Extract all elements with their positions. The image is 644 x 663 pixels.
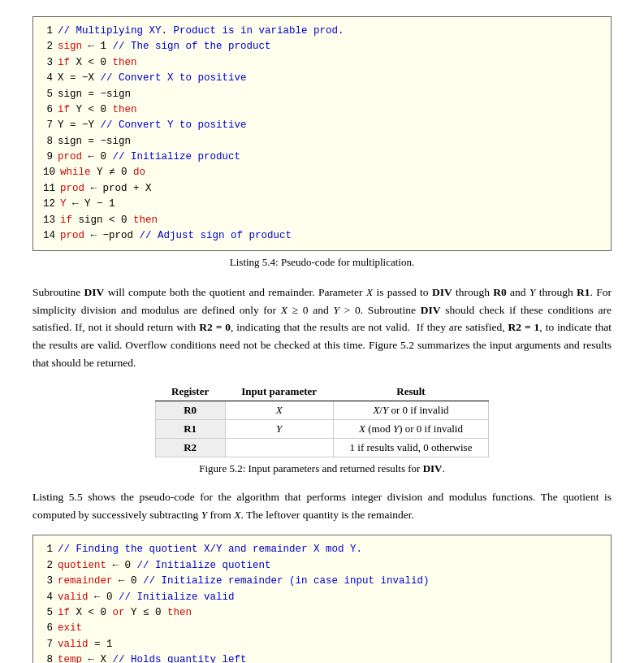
code-segment: ← Y − 1 — [67, 198, 115, 210]
code-segment: exit — [58, 622, 82, 634]
code-line: 3remainder ← 0 // Initialize remainder (… — [43, 574, 601, 589]
line-content: sign = −sign — [58, 134, 601, 150]
code-segment: then — [167, 607, 192, 618]
code-segment: prod — [58, 151, 82, 162]
figure-5-2-caption: Figure 5.2: Input parameters and returne… — [32, 462, 612, 475]
code-segment: or — [113, 607, 125, 618]
code-segment: ← 0 — [89, 592, 119, 603]
code-segment: if — [60, 214, 72, 226]
line-content: exit — [58, 621, 601, 636]
div-label: DIV — [84, 286, 105, 298]
line-content: if X < 0 or Y ≤ 0 then — [58, 605, 601, 621]
x-var3: X — [234, 509, 240, 521]
line-content: if X < 0 then — [58, 55, 601, 71]
line-content: prod ← −prod // Adjust sign of product — [60, 228, 601, 244]
code-segment: while — [60, 167, 91, 178]
code-segment: quotient — [58, 560, 106, 571]
line-content: valid ← 0 // Initialize valid — [58, 590, 601, 605]
line-content: while Y ≠ 0 do — [60, 165, 601, 180]
line-number: 14 — [43, 228, 60, 244]
code-segment: temp — [58, 654, 82, 663]
code-segment: Y ≤ 0 — [125, 607, 168, 618]
line-content: Y ← Y − 1 — [60, 197, 601, 212]
code-line: 7 Y = −Y // Convert Y to positive — [43, 118, 601, 133]
line-number: 6 — [43, 621, 58, 636]
x-var: X — [366, 286, 373, 298]
line-number: 11 — [43, 181, 60, 197]
code-segment: then — [113, 57, 137, 68]
code-line: 5 sign = −sign — [43, 87, 601, 102]
code-segment: // Initialize valid — [119, 592, 235, 603]
code-segment: sign = −sign — [58, 89, 131, 100]
code-segment: prod — [60, 183, 84, 194]
listing-1-block: 1// Multiplying XY. Product is in variab… — [32, 16, 612, 251]
code-segment: prod — [60, 230, 84, 241]
line-number: 1 — [43, 24, 58, 39]
table-row: R1YX (mod Y) or 0 if invalid — [155, 420, 489, 439]
code-line: 1// Multiplying XY. Product is in variab… — [43, 24, 601, 39]
code-line: 8 sign = −sign — [43, 134, 601, 150]
line-number: 9 — [43, 150, 58, 165]
prose-paragraph-2: Listing 5.5 shows the pseudo-code for th… — [32, 488, 612, 523]
line-number: 5 — [43, 605, 58, 621]
code-segment: // Initialize product — [113, 151, 241, 162]
code-segment: // Adjust sign of product — [140, 230, 292, 241]
r1-label: R1 — [577, 286, 590, 298]
code-line: 6 exit — [43, 621, 601, 636]
code-segment: ← −prod — [84, 230, 140, 241]
line-content: if sign < 0 then — [60, 213, 601, 228]
line-content: valid = 1 — [58, 637, 601, 652]
line-number: 5 — [43, 87, 58, 102]
prose-paragraph-1: Subroutine DIV will compute both the quo… — [32, 284, 612, 371]
code-line: 2sign ← 1 // The sign of the product — [43, 39, 601, 54]
code-segment: do — [133, 167, 145, 178]
code-segment: if — [58, 104, 70, 115]
line-number: 12 — [43, 197, 60, 212]
r0-label: R0 — [493, 286, 507, 298]
table-header: Register — [155, 383, 225, 401]
code-segment: valid — [58, 639, 89, 650]
line-content: Y = −Y // Convert Y to positive — [58, 118, 601, 133]
code-line: 6if Y < 0 then — [43, 102, 601, 118]
code-segment: valid — [58, 592, 89, 603]
y-var: Y — [529, 286, 536, 298]
code-segment: sign — [58, 41, 82, 52]
result-cell: X/Y or 0 if invalid — [333, 401, 489, 420]
code-segment: // Holds quantity left — [113, 654, 247, 663]
code-line: 1// Finding the quotient X/Y and remaind… — [43, 542, 601, 557]
line-content: if Y < 0 then — [58, 102, 601, 118]
code-segment: ← X — [82, 654, 113, 663]
code-line: 4valid ← 0 // Initialize valid — [43, 590, 601, 605]
div-label3: DIV — [421, 304, 441, 316]
code-segment: then — [113, 104, 137, 115]
input-param-cell — [225, 439, 333, 457]
input-param-cell: X — [225, 401, 333, 420]
register-cell: R0 — [155, 401, 225, 420]
line-content: remainder ← 0 // Initialize remainder (i… — [58, 574, 601, 589]
register-cell: R2 — [155, 439, 225, 457]
line-content: prod ← 0 // Initialize product — [58, 150, 601, 165]
register-cell: R1 — [155, 420, 225, 439]
y-var3: Y — [201, 509, 208, 521]
code-line: 11 prod ← prod + X — [43, 181, 601, 197]
table-row: R0XX/Y or 0 if invalid — [155, 401, 489, 420]
line-number: 4 — [43, 590, 58, 605]
line-number: 10 — [43, 165, 60, 180]
code-segment: ← prod + X — [84, 183, 152, 194]
code-segment: X < 0 — [70, 57, 113, 68]
line-number: 3 — [43, 574, 58, 589]
code-segment: // Finding the quotient X/Y and remainde… — [58, 544, 362, 555]
div-label2: DIV — [432, 286, 452, 298]
code-segment: X < 0 — [70, 607, 113, 618]
line-number: 1 — [43, 542, 58, 557]
code-line: 10while Y ≠ 0 do — [43, 165, 601, 180]
line-content: // Finding the quotient X/Y and remainde… — [58, 542, 601, 557]
line-number: 8 — [43, 134, 58, 150]
code-line: 13if sign < 0 then — [43, 213, 601, 228]
listing-2-block: 1// Finding the quotient X/Y and remaind… — [32, 535, 612, 663]
code-line: 2quotient ← 0 // Initialize quotient — [43, 558, 601, 574]
x-var2: X — [281, 304, 287, 316]
line-content: sign = −sign — [58, 87, 601, 102]
code-segment: ← 0 — [106, 560, 137, 571]
table-header: Input parameter — [225, 383, 333, 401]
